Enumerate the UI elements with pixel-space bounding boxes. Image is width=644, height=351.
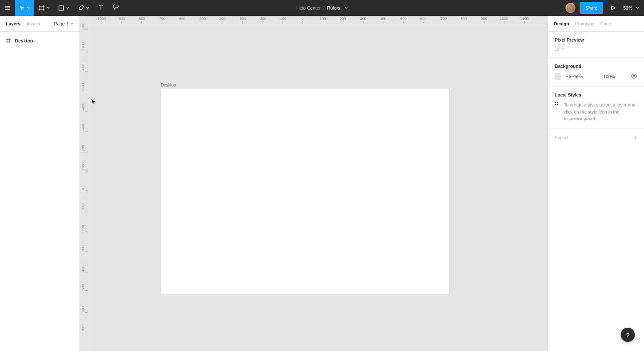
- ruler-horizontal[interactable]: -1000-900-800-700-600-500-400-300-200-10…: [88, 16, 548, 24]
- help-button[interactable]: ?: [621, 328, 635, 342]
- chevron-down-icon: [344, 6, 348, 10]
- right-panel: Design Prototype Code Pixel Preview 1x B…: [548, 16, 644, 351]
- styles-grid-icon: [555, 101, 560, 122]
- right-panel-tabs: Design Prototype Code: [548, 16, 644, 32]
- local-styles-hint: To create a style, select a layer and cl…: [564, 101, 637, 122]
- pixel-preview-section: Pixel Preview 1x: [548, 32, 644, 58]
- add-export-button[interactable]: +: [634, 134, 637, 141]
- tab-prototype[interactable]: Prototype: [575, 21, 595, 26]
- background-title: Background: [555, 64, 637, 69]
- zoom-label: 50%: [623, 5, 632, 10]
- zoom-control[interactable]: 50%: [623, 5, 639, 10]
- breadcrumb-project: Help Center: [296, 5, 321, 10]
- page-selector[interactable]: Page 1: [54, 21, 74, 26]
- tab-design[interactable]: Design: [554, 21, 569, 26]
- canvas-viewport[interactable]: Desktop: [88, 24, 548, 351]
- main-area: Layers Assets Page 1 Desktop -1000-900-8…: [0, 16, 644, 351]
- chevron-down-icon: [86, 6, 89, 10]
- color-hex[interactable]: E5E5E5: [565, 74, 583, 79]
- cursor-icon: [91, 99, 96, 106]
- canvas[interactable]: -1000-900-800-700-600-500-400-300-200-10…: [80, 16, 548, 351]
- pen-tool-button[interactable]: [74, 0, 93, 16]
- chevron-down-icon: [70, 22, 74, 25]
- main-menu-button[interactable]: [0, 0, 15, 16]
- svg-point-4: [555, 104, 556, 105]
- tab-code[interactable]: Code: [600, 21, 611, 26]
- layers-list: Desktop: [0, 32, 79, 50]
- pixel-preview-scale[interactable]: 1x: [555, 47, 565, 52]
- layer-name: Desktop: [15, 38, 33, 43]
- left-panel-tabs: Layers Assets Page 1: [0, 16, 79, 32]
- svg-point-1: [633, 75, 635, 77]
- visibility-toggle[interactable]: [631, 73, 637, 80]
- left-panel: Layers Assets Page 1 Desktop: [0, 16, 80, 351]
- tab-assets[interactable]: Assets: [26, 21, 40, 26]
- ruler-corner: [80, 16, 88, 24]
- color-swatch[interactable]: [555, 73, 561, 80]
- breadcrumb[interactable]: Help Center / Rulers: [296, 5, 348, 10]
- breadcrumb-separator: /: [323, 5, 324, 10]
- chevron-down-icon: [47, 6, 50, 10]
- breadcrumb-file: Rulers: [327, 5, 340, 10]
- export-section: Export +: [548, 129, 644, 147]
- move-tool-button[interactable]: [15, 0, 34, 16]
- toolbar-left-group: [0, 0, 123, 16]
- frame-icon: [6, 38, 11, 43]
- svg-rect-0: [59, 6, 64, 10]
- chevron-down-icon: [27, 6, 30, 10]
- text-tool-button[interactable]: [93, 0, 108, 16]
- svg-point-2: [555, 102, 556, 103]
- scale-value: 1x: [555, 47, 560, 52]
- local-styles-section: Local Styles To create a style, select a…: [548, 87, 644, 129]
- chevron-down-icon: [561, 47, 565, 51]
- pixel-preview-title: Pixel Preview: [555, 37, 637, 42]
- local-styles-title: Local Styles: [555, 92, 637, 97]
- svg-point-5: [557, 104, 558, 105]
- frame-tool-button[interactable]: [34, 0, 54, 16]
- export-title: Export: [555, 135, 568, 140]
- frame-title[interactable]: Desktop: [161, 83, 176, 87]
- color-opacity[interactable]: 100%: [603, 74, 615, 79]
- background-section: Background E5E5E5 100%: [548, 58, 644, 87]
- shape-tool-button[interactable]: [54, 0, 74, 16]
- chevron-down-icon: [66, 6, 69, 10]
- page-label: Page 1: [54, 21, 69, 26]
- share-button[interactable]: Share: [580, 2, 603, 14]
- present-button[interactable]: [607, 5, 619, 11]
- toolbar-right-group: Share 50%: [565, 0, 644, 16]
- background-color-row[interactable]: E5E5E5 100%: [555, 73, 637, 80]
- tab-layers[interactable]: Layers: [6, 21, 20, 26]
- ruler-vertical[interactable]: -800-700-600-500-400-300-200-10001002003…: [80, 24, 88, 351]
- avatar[interactable]: [565, 3, 575, 13]
- layer-row-desktop[interactable]: Desktop: [0, 35, 79, 47]
- frame-desktop[interactable]: [161, 89, 449, 294]
- svg-point-3: [557, 102, 558, 103]
- top-toolbar: Help Center / Rulers Share 50%: [0, 0, 644, 16]
- comment-tool-button[interactable]: [108, 0, 123, 16]
- chevron-down-icon: [636, 6, 639, 10]
